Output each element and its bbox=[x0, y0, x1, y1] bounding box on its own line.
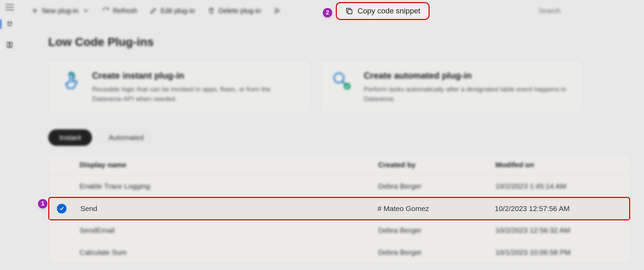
row-checkmark-icon[interactable] bbox=[57, 204, 67, 213]
refresh-button[interactable]: Refresh bbox=[97, 4, 143, 18]
create-automated-card[interactable]: Create automated plug-in Perform tasks a… bbox=[320, 60, 582, 113]
left-nav-rail bbox=[0, 0, 19, 270]
cell-modified-on: 10/2/2023 12:57:56 AM bbox=[495, 204, 626, 213]
callout-badge-2: 2 bbox=[322, 7, 333, 18]
new-plugin-label: New plug-in bbox=[42, 7, 79, 15]
tab-automated[interactable]: Automated bbox=[98, 129, 155, 146]
cell-created-by: Debra Berger bbox=[378, 248, 495, 257]
new-plugin-button[interactable]: New plug-in bbox=[26, 4, 95, 18]
automated-card-desc: Perform tasks automatically after a desi… bbox=[364, 84, 571, 103]
copy-icon bbox=[345, 7, 353, 15]
cell-modified-on: 10/2/2023 1:45:14 AM bbox=[495, 182, 626, 190]
automated-card-title: Create automated plug-in bbox=[364, 70, 571, 81]
rail-book-icon[interactable] bbox=[0, 38, 19, 52]
callout-badge-1: 1 bbox=[37, 198, 48, 209]
cell-display-name: SendEmail bbox=[80, 226, 378, 234]
cell-display-name: Send bbox=[80, 204, 378, 213]
table-row[interactable]: Calculate Sum Debra Berger 10/1/2023 10:… bbox=[49, 241, 630, 263]
cell-modified-on: 10/2/2023 12:56:32 AM bbox=[495, 226, 626, 234]
chevron-down-icon bbox=[82, 7, 90, 14]
cell-created-by: Debra Berger bbox=[378, 182, 495, 190]
table-row-selected[interactable]: Send # Mateo Gomez 10/2/2023 12:57:56 AM bbox=[49, 198, 629, 219]
table-row[interactable]: Enable Trace Logging Debra Berger 10/2/2… bbox=[49, 175, 630, 197]
edit-plugin-label: Edit plug-in bbox=[161, 7, 195, 15]
edit-plugin-button[interactable]: Edit plug-in bbox=[144, 4, 201, 18]
plug-icon bbox=[331, 70, 353, 92]
delete-plugin-label: Delete plug-in bbox=[219, 7, 261, 15]
cell-display-name: Enable Trace Logging bbox=[80, 182, 378, 190]
svg-rect-0 bbox=[348, 10, 352, 14]
col-display-name[interactable]: Display name bbox=[80, 161, 378, 169]
copy-code-snippet-button[interactable]: Copy code snippet bbox=[336, 2, 430, 20]
tap-icon bbox=[60, 70, 82, 92]
tab-instant[interactable]: Instant bbox=[48, 129, 92, 146]
search-input[interactable] bbox=[534, 4, 638, 18]
create-instant-card[interactable]: Create instant plug-in Reusable logic th… bbox=[48, 60, 310, 113]
hamburger-icon[interactable] bbox=[6, 4, 14, 10]
cell-created-by: # Mateo Gomez bbox=[378, 204, 495, 213]
rail-plugin-icon[interactable] bbox=[0, 17, 19, 31]
selected-row-highlight: Send # Mateo Gomez 10/2/2023 12:57:56 AM bbox=[48, 197, 630, 220]
table-row[interactable]: SendEmail Debra Berger 10/2/2023 12:56:3… bbox=[49, 219, 630, 241]
refresh-label: Refresh bbox=[113, 7, 137, 15]
cell-created-by: Debra Berger bbox=[378, 226, 495, 234]
cell-display-name: Calculate Sum bbox=[80, 248, 378, 257]
instant-card-title: Create instant plug-in bbox=[92, 70, 299, 81]
page-title: Low Code Plug-ins bbox=[48, 35, 630, 49]
play-button[interactable] bbox=[268, 4, 286, 17]
search-input-wrap bbox=[534, 4, 638, 18]
copy-snippet-label: Copy code snippet bbox=[358, 7, 420, 16]
instant-card-desc: Reusable logic that can be invoked in ap… bbox=[92, 84, 299, 103]
toolbar: New plug-in Refresh Edit plug-in Delete … bbox=[19, 0, 644, 21]
cell-modified-on: 10/1/2023 10:06:58 PM bbox=[495, 248, 626, 257]
col-modified-on[interactable]: Modifed on bbox=[495, 161, 626, 169]
delete-plugin-button[interactable]: Delete plug-in bbox=[202, 4, 266, 18]
col-created-by[interactable]: Created by bbox=[378, 161, 495, 169]
